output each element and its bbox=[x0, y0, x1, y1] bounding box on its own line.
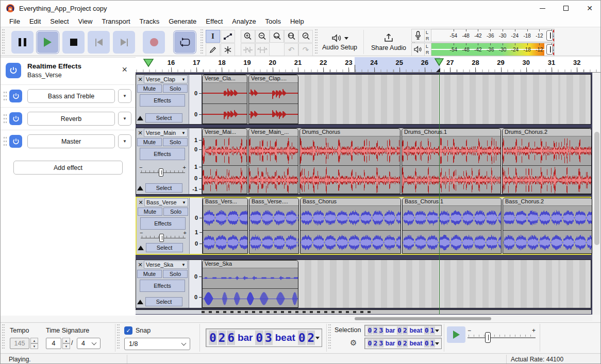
clip-title[interactable]: Drums_Chorus bbox=[300, 129, 400, 136]
selection-tool-button[interactable]: I bbox=[206, 30, 220, 43]
menu-edit[interactable]: Edit bbox=[25, 16, 45, 26]
effect-name-button[interactable]: Master bbox=[27, 134, 115, 148]
time-digit[interactable]: 2 bbox=[373, 326, 378, 335]
audio-clip[interactable]: Drums_Chorus.1 bbox=[402, 128, 501, 194]
track-verse_clap[interactable]: ✕Verse_Clap▼MuteSoloEffectsSelect00Verse… bbox=[136, 74, 591, 125]
time-digit[interactable]: 1 bbox=[430, 339, 435, 348]
effects-panel-close-button[interactable]: × bbox=[122, 65, 127, 74]
audio-clip[interactable]: Bass_Chorus bbox=[300, 198, 401, 254]
gain-slider-thumb[interactable] bbox=[159, 234, 164, 242]
solo-button[interactable]: Solo bbox=[163, 207, 188, 216]
clip-title[interactable]: Drums_Chorus.1 bbox=[402, 129, 500, 136]
effect-drag-handle[interactable] bbox=[3, 91, 7, 102]
time-digit[interactable]: 2 bbox=[307, 331, 315, 345]
menu-tracks[interactable]: Tracks bbox=[135, 16, 164, 26]
clip-title[interactable]: Verse_Main_... bbox=[249, 129, 298, 136]
tempo-input[interactable]: 145 bbox=[10, 338, 29, 349]
snap-select[interactable]: 1/8 bbox=[124, 338, 190, 350]
zoom-selection-button[interactable] bbox=[270, 30, 284, 43]
clip-title[interactable]: Bass_Chorus.1 bbox=[403, 198, 501, 206]
record-meter-bar[interactable]: -54-48-42-36-30-24-18-12-6 bbox=[431, 29, 555, 42]
time-digit[interactable]: 6 bbox=[227, 331, 235, 345]
time-digit[interactable]: 0 bbox=[424, 339, 429, 348]
collapse-track-button[interactable] bbox=[137, 186, 143, 190]
pause-button[interactable] bbox=[11, 31, 34, 54]
mute-button[interactable]: Mute bbox=[137, 84, 162, 93]
audio-clip[interactable]: Drums_Chorus bbox=[299, 128, 400, 194]
time-digit[interactable]: 0 bbox=[397, 326, 402, 335]
zoom-out-button[interactable] bbox=[255, 30, 270, 43]
track-vertical-ruler[interactable]: 010 bbox=[190, 198, 203, 254]
solo-button[interactable]: Solo bbox=[163, 270, 188, 278]
play-button[interactable] bbox=[37, 31, 59, 54]
transport-toolbar-grip[interactable] bbox=[2, 29, 5, 55]
silence-audio-button[interactable] bbox=[255, 43, 270, 56]
track-vertical-ruler[interactable]: 1010-1 bbox=[189, 128, 202, 194]
effect-drag-handle[interactable] bbox=[3, 136, 7, 147]
selection-settings-gear-icon[interactable]: ⚙ bbox=[350, 338, 357, 348]
snap-checkbox[interactable]: ✓ bbox=[124, 326, 132, 335]
track-name-menu[interactable]: Verse_Ska▼ bbox=[144, 261, 188, 269]
menu-view[interactable]: View bbox=[74, 16, 97, 26]
track-close-button[interactable]: ✕ bbox=[137, 76, 144, 83]
selection-end-display[interactable]: 023bar02beat01 bbox=[364, 338, 442, 349]
tempo-spinner[interactable]: ▲▼ bbox=[30, 338, 38, 349]
redo-button[interactable]: ↷ bbox=[298, 43, 313, 56]
time-digit[interactable]: 0 bbox=[368, 326, 373, 335]
track-name-menu[interactable]: Bass_Verse▼ bbox=[144, 198, 188, 206]
selection-toolbar-grip[interactable] bbox=[328, 324, 331, 350]
clip-title[interactable]: Verse_Ska bbox=[203, 261, 298, 268]
track-area[interactable]: ✕Verse_Clap▼MuteSoloEffectsSelect00Verse… bbox=[136, 73, 592, 315]
add-effect-button[interactable]: Add effect bbox=[13, 161, 123, 175]
audio-clip[interactable]: Bass_Vers... bbox=[203, 198, 248, 254]
time-digit[interactable]: 1 bbox=[430, 326, 435, 335]
multi-tool-button[interactable] bbox=[221, 43, 235, 56]
close-button[interactable]: ✕ bbox=[578, 1, 601, 16]
solo-button[interactable]: Solo bbox=[163, 84, 188, 93]
clip-area[interactable]: Verse_Cla...Verse_Clap.... bbox=[202, 75, 591, 124]
effect-name-button[interactable]: Reverb bbox=[27, 112, 115, 126]
effect-power-button[interactable] bbox=[9, 90, 22, 102]
playback-meter-bar[interactable]: -54-48-42-36-30-24-18-12-6 bbox=[431, 43, 555, 56]
track-gain-slider[interactable]: −+ bbox=[139, 166, 186, 178]
menu-tools[interactable]: Tools bbox=[261, 16, 286, 26]
zoom-fit-button[interactable] bbox=[284, 30, 298, 43]
effect-drag-handle[interactable] bbox=[3, 113, 7, 125]
track-select-button[interactable]: Select bbox=[145, 113, 182, 123]
track-effects-button[interactable]: Effects bbox=[140, 217, 186, 230]
time-digit[interactable]: 2 bbox=[403, 326, 408, 335]
clip-area[interactable]: Bass_Vers...Bass_Verse....Bass_ChorusBas… bbox=[203, 198, 590, 254]
time-signature-spinner[interactable]: ▲▼ bbox=[62, 338, 70, 349]
track-bass_verse[interactable]: ✕Bass_Verse▼MuteSoloEffectsSelect−+010Ba… bbox=[136, 197, 591, 255]
share-audio-button[interactable]: Share Audio bbox=[368, 30, 410, 55]
mute-button[interactable]: Mute bbox=[137, 270, 162, 278]
playhead-marker-icon[interactable] bbox=[434, 58, 444, 66]
time-digit[interactable]: 2 bbox=[403, 339, 408, 348]
snap-toolbar-grip[interactable] bbox=[117, 324, 120, 350]
skip-to-start-button[interactable] bbox=[88, 31, 110, 54]
track-effects-button[interactable]: Effects bbox=[140, 148, 185, 160]
time-digit[interactable]: 3 bbox=[378, 326, 383, 335]
track-close-button[interactable]: ✕ bbox=[137, 130, 144, 136]
effect-options-button[interactable]: ▼ bbox=[118, 89, 131, 103]
clip-title[interactable]: Bass_Verse.... bbox=[249, 198, 298, 206]
skip-to-end-button[interactable] bbox=[113, 31, 135, 54]
track-verse_main[interactable]: ✕Verse_Main▼MuteSoloEffectsSelect−+1010-… bbox=[136, 128, 591, 195]
time-signature-upper-input[interactable]: 4 bbox=[46, 338, 61, 349]
audio-clip[interactable]: Verse_Ska bbox=[202, 260, 298, 308]
track-effects-button[interactable]: Effects bbox=[140, 94, 185, 107]
undo-button[interactable]: ↶ bbox=[284, 43, 298, 56]
pinned-playhead-icon[interactable] bbox=[143, 58, 154, 67]
menu-file[interactable]: File bbox=[5, 16, 25, 26]
audio-clip[interactable]: Verse_Main_... bbox=[248, 128, 298, 194]
clip-area[interactable]: Verse_Mai...Verse_Main_...Drums_ChorusDr… bbox=[202, 128, 591, 194]
track-select-button[interactable]: Select bbox=[145, 297, 182, 306]
menu-generate[interactable]: Generate bbox=[164, 16, 201, 26]
menu-select[interactable]: Select bbox=[45, 16, 73, 26]
mute-button[interactable]: Mute bbox=[137, 138, 162, 146]
track-name-menu[interactable]: Verse_Clap▼ bbox=[144, 75, 188, 83]
timeline-ruler[interactable]: 1617181920212223242526272829303132 bbox=[136, 57, 601, 73]
time-digit[interactable]: 0 bbox=[209, 331, 217, 345]
clip-title[interactable]: Verse_Clap.... bbox=[249, 75, 298, 83]
effect-options-button[interactable]: ▼ bbox=[118, 134, 131, 148]
